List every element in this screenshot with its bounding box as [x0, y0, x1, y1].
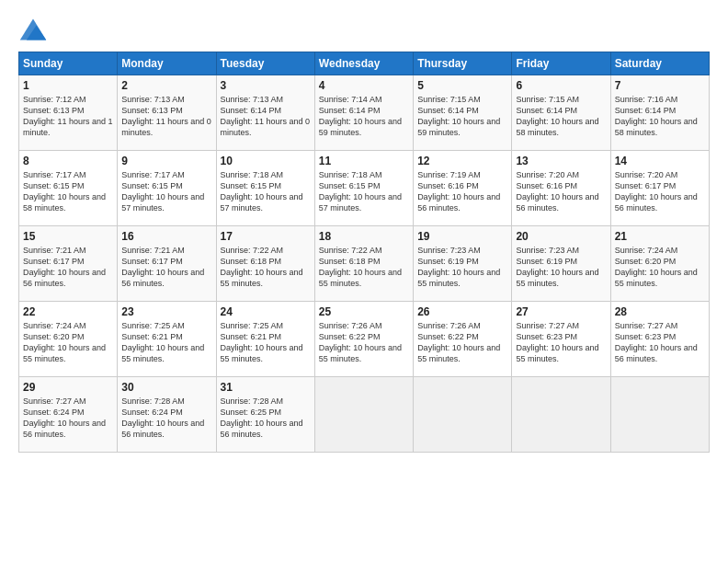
calendar-cell: 6 Sunrise: 7:15 AM Sunset: 6:14 PM Dayli… — [512, 75, 610, 151]
calendar-cell — [512, 377, 610, 453]
day-number: 29 — [23, 381, 113, 394]
day-number: 24 — [221, 305, 311, 318]
logo-icon — [18, 17, 48, 42]
day-number: 3 — [221, 79, 311, 92]
weekday-header-sunday: Sunday — [19, 52, 118, 75]
day-content: Sunrise: 7:16 AM Sunset: 6:14 PM Dayligh… — [615, 94, 705, 139]
day-number: 20 — [516, 230, 606, 243]
calendar-cell: 16 Sunrise: 7:21 AM Sunset: 6:17 PM Dayl… — [118, 226, 216, 302]
day-content: Sunrise: 7:28 AM Sunset: 6:24 PM Dayligh… — [121, 396, 211, 441]
calendar-cell: 21 Sunrise: 7:24 AM Sunset: 6:20 PM Dayl… — [610, 226, 709, 302]
day-number: 15 — [23, 230, 113, 243]
day-number: 18 — [319, 230, 409, 243]
day-content: Sunrise: 7:26 AM Sunset: 6:22 PM Dayligh… — [319, 320, 409, 365]
day-number: 27 — [516, 305, 606, 318]
day-content: Sunrise: 7:13 AM Sunset: 6:14 PM Dayligh… — [221, 94, 311, 139]
weekday-header-wednesday: Wednesday — [314, 52, 413, 75]
day-number: 14 — [615, 155, 705, 167]
day-content: Sunrise: 7:26 AM Sunset: 6:22 PM Dayligh… — [417, 320, 507, 365]
day-content: Sunrise: 7:24 AM Sunset: 6:20 PM Dayligh… — [615, 245, 705, 290]
day-number: 12 — [417, 155, 507, 167]
day-number: 16 — [121, 230, 211, 243]
day-content: Sunrise: 7:20 AM Sunset: 6:16 PM Dayligh… — [516, 169, 606, 214]
day-content: Sunrise: 7:21 AM Sunset: 6:17 PM Dayligh… — [23, 245, 113, 290]
day-number: 30 — [121, 381, 211, 394]
weekday-header-thursday: Thursday — [414, 52, 512, 75]
day-number: 8 — [23, 155, 113, 167]
week-row-1: 1 Sunrise: 7:12 AM Sunset: 6:13 PM Dayli… — [19, 75, 710, 151]
logo — [18, 17, 51, 42]
calendar-cell: 25 Sunrise: 7:26 AM Sunset: 6:22 PM Dayl… — [314, 302, 413, 377]
calendar-cell — [414, 377, 512, 453]
calendar-cell — [314, 377, 413, 453]
day-number: 28 — [615, 305, 705, 318]
day-number: 31 — [221, 381, 311, 394]
calendar-cell: 4 Sunrise: 7:14 AM Sunset: 6:14 PM Dayli… — [314, 75, 413, 151]
day-content: Sunrise: 7:23 AM Sunset: 6:19 PM Dayligh… — [516, 245, 606, 290]
week-row-5: 29 Sunrise: 7:27 AM Sunset: 6:24 PM Dayl… — [19, 377, 710, 453]
day-content: Sunrise: 7:28 AM Sunset: 6:25 PM Dayligh… — [221, 396, 311, 441]
calendar: SundayMondayTuesdayWednesdayThursdayFrid… — [18, 52, 710, 453]
calendar-cell: 1 Sunrise: 7:12 AM Sunset: 6:13 PM Dayli… — [19, 75, 118, 151]
calendar-cell: 8 Sunrise: 7:17 AM Sunset: 6:15 PM Dayli… — [19, 151, 118, 226]
day-number: 4 — [319, 79, 409, 92]
day-content: Sunrise: 7:25 AM Sunset: 6:21 PM Dayligh… — [221, 320, 311, 365]
week-row-3: 15 Sunrise: 7:21 AM Sunset: 6:17 PM Dayl… — [19, 226, 710, 302]
day-number: 25 — [319, 305, 409, 318]
day-content: Sunrise: 7:23 AM Sunset: 6:19 PM Dayligh… — [417, 245, 507, 290]
day-number: 2 — [121, 79, 211, 92]
calendar-cell: 23 Sunrise: 7:25 AM Sunset: 6:21 PM Dayl… — [118, 302, 216, 377]
day-content: Sunrise: 7:14 AM Sunset: 6:14 PM Dayligh… — [319, 94, 409, 139]
day-content: Sunrise: 7:19 AM Sunset: 6:16 PM Dayligh… — [417, 169, 507, 214]
weekday-header-friday: Friday — [512, 52, 610, 75]
calendar-cell: 11 Sunrise: 7:18 AM Sunset: 6:15 PM Dayl… — [314, 151, 413, 226]
day-content: Sunrise: 7:18 AM Sunset: 6:15 PM Dayligh… — [319, 169, 409, 214]
calendar-cell: 20 Sunrise: 7:23 AM Sunset: 6:19 PM Dayl… — [512, 226, 610, 302]
calendar-cell: 31 Sunrise: 7:28 AM Sunset: 6:25 PM Dayl… — [216, 377, 314, 453]
calendar-cell: 3 Sunrise: 7:13 AM Sunset: 6:14 PM Dayli… — [216, 75, 314, 151]
day-content: Sunrise: 7:22 AM Sunset: 6:18 PM Dayligh… — [319, 245, 409, 290]
day-number: 23 — [121, 305, 211, 318]
calendar-cell: 9 Sunrise: 7:17 AM Sunset: 6:15 PM Dayli… — [118, 151, 216, 226]
weekday-header-row: SundayMondayTuesdayWednesdayThursdayFrid… — [19, 52, 710, 75]
day-content: Sunrise: 7:15 AM Sunset: 6:14 PM Dayligh… — [516, 94, 606, 139]
weekday-header-saturday: Saturday — [610, 52, 709, 75]
calendar-cell: 24 Sunrise: 7:25 AM Sunset: 6:21 PM Dayl… — [216, 302, 314, 377]
calendar-cell: 17 Sunrise: 7:22 AM Sunset: 6:18 PM Dayl… — [216, 226, 314, 302]
header — [18, 17, 710, 42]
day-number: 19 — [417, 230, 507, 243]
week-row-4: 22 Sunrise: 7:24 AM Sunset: 6:20 PM Dayl… — [19, 302, 710, 377]
day-content: Sunrise: 7:17 AM Sunset: 6:15 PM Dayligh… — [23, 169, 113, 214]
day-number: 11 — [319, 155, 409, 167]
calendar-cell: 27 Sunrise: 7:27 AM Sunset: 6:23 PM Dayl… — [512, 302, 610, 377]
calendar-cell: 26 Sunrise: 7:26 AM Sunset: 6:22 PM Dayl… — [414, 302, 512, 377]
day-number: 7 — [615, 79, 705, 92]
day-content: Sunrise: 7:24 AM Sunset: 6:20 PM Dayligh… — [23, 320, 113, 365]
day-number: 13 — [516, 155, 606, 167]
weekday-header-tuesday: Tuesday — [216, 52, 314, 75]
day-content: Sunrise: 7:27 AM Sunset: 6:23 PM Dayligh… — [615, 320, 705, 365]
calendar-cell: 7 Sunrise: 7:16 AM Sunset: 6:14 PM Dayli… — [610, 75, 709, 151]
calendar-cell: 30 Sunrise: 7:28 AM Sunset: 6:24 PM Dayl… — [118, 377, 216, 453]
weekday-header-monday: Monday — [118, 52, 216, 75]
week-row-2: 8 Sunrise: 7:17 AM Sunset: 6:15 PM Dayli… — [19, 151, 710, 226]
page: SundayMondayTuesdayWednesdayThursdayFrid… — [0, 0, 728, 563]
calendar-cell: 13 Sunrise: 7:20 AM Sunset: 6:16 PM Dayl… — [512, 151, 610, 226]
day-number: 22 — [23, 305, 113, 318]
day-number: 1 — [23, 79, 113, 92]
calendar-cell: 12 Sunrise: 7:19 AM Sunset: 6:16 PM Dayl… — [414, 151, 512, 226]
day-number: 21 — [615, 230, 705, 243]
day-number: 26 — [417, 305, 507, 318]
day-number: 5 — [417, 79, 507, 92]
day-number: 17 — [221, 230, 311, 243]
calendar-cell: 29 Sunrise: 7:27 AM Sunset: 6:24 PM Dayl… — [19, 377, 118, 453]
day-number: 10 — [221, 155, 311, 167]
day-content: Sunrise: 7:27 AM Sunset: 6:24 PM Dayligh… — [23, 396, 113, 441]
day-content: Sunrise: 7:21 AM Sunset: 6:17 PM Dayligh… — [121, 245, 211, 290]
day-content: Sunrise: 7:15 AM Sunset: 6:14 PM Dayligh… — [417, 94, 507, 139]
day-content: Sunrise: 7:17 AM Sunset: 6:15 PM Dayligh… — [121, 169, 211, 214]
day-content: Sunrise: 7:20 AM Sunset: 6:17 PM Dayligh… — [615, 169, 705, 214]
calendar-cell: 15 Sunrise: 7:21 AM Sunset: 6:17 PM Dayl… — [19, 226, 118, 302]
day-content: Sunrise: 7:12 AM Sunset: 6:13 PM Dayligh… — [23, 94, 113, 139]
calendar-cell: 18 Sunrise: 7:22 AM Sunset: 6:18 PM Dayl… — [314, 226, 413, 302]
